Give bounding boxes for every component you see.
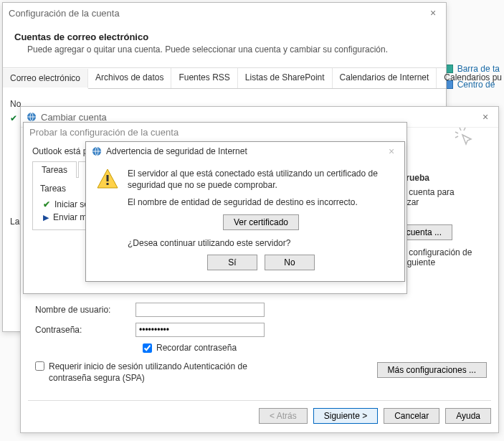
next-button[interactable]: Siguiente > xyxy=(313,408,378,424)
warn-text-1: El servidor al que está conectado está u… xyxy=(128,168,394,191)
check-icon: ✔ xyxy=(10,113,17,123)
play-icon: ▶ xyxy=(43,213,49,222)
no-button[interactable]: No xyxy=(265,255,315,270)
remember-checkbox[interactable] xyxy=(143,343,152,353)
task-label: Enviar m xyxy=(53,212,87,222)
warning-icon xyxy=(96,168,119,189)
tab-email[interactable]: Correo electrónico xyxy=(3,69,88,89)
password-field[interactable] xyxy=(135,323,265,337)
tab-published-cal[interactable]: Calendarios pu xyxy=(437,68,504,88)
tab-tasks[interactable]: Tareas xyxy=(32,161,77,178)
window-title: Cambiar cuenta xyxy=(41,112,107,123)
remember-label: Recordar contraseña xyxy=(156,343,237,353)
header-sub: Puede agregar o quitar una cuenta. Puede… xyxy=(14,42,434,54)
globe-icon xyxy=(92,146,102,156)
window-title: Probar la configuración de la cuenta xyxy=(29,127,179,138)
svg-line-1 xyxy=(460,128,461,131)
spa-checkbox[interactable] xyxy=(35,361,44,371)
cancel-button[interactable]: Cancelar xyxy=(384,408,439,424)
back-button: < Atrás xyxy=(259,408,308,424)
warn-text-3: ¿Desea continuar utilizando este servido… xyxy=(128,237,394,249)
tab-rss[interactable]: Fuentes RSS xyxy=(171,68,237,88)
username-label: Nombre de usuario: xyxy=(35,305,135,315)
cursor-decor-icon xyxy=(452,125,477,154)
wizard-footer: < Atrás Siguiente > Cancelar Ayuda xyxy=(28,400,491,424)
svg-rect-6 xyxy=(107,175,109,181)
help-button[interactable]: Ayuda xyxy=(445,408,491,424)
tab-internet-cal[interactable]: Calendarios de Internet xyxy=(333,68,437,88)
task-label: Iniciar se xyxy=(54,199,89,209)
titlebar: Probar la configuración de la cuenta xyxy=(24,123,406,142)
tab-sharepoint[interactable]: Listas de SharePoint xyxy=(238,68,333,88)
row-remember: Recordar contraseña xyxy=(21,340,498,356)
password-label: Contraseña: xyxy=(35,325,135,335)
svg-line-3 xyxy=(464,128,465,131)
close-icon[interactable]: × xyxy=(384,146,399,157)
svg-line-4 xyxy=(455,136,458,138)
spa-label: Requerir inicio de sesión utilizando Aut… xyxy=(49,361,278,384)
yes-button[interactable]: Sí xyxy=(207,255,257,270)
view-certificate-button[interactable]: Ver certificado xyxy=(223,214,299,230)
svg-line-2 xyxy=(455,132,458,133)
titlebar: Configuración de la cuenta × xyxy=(3,3,446,23)
globe-icon xyxy=(27,112,37,122)
titlebar: Advertencia de seguridad de Internet × xyxy=(86,142,404,161)
window-title: Advertencia de seguridad de Internet xyxy=(106,146,247,156)
header-block: Cuentas de correo electrónico Puede agre… xyxy=(3,23,446,62)
row-username: Nombre de usuario: xyxy=(21,300,498,320)
row-password: Contraseña: xyxy=(21,320,498,340)
header-bold: Cuentas de correo electrónico xyxy=(14,32,148,42)
tab-data-files[interactable]: Archivos de datos xyxy=(88,68,171,88)
tabstrip: Correo electrónico Archivos de datos Fue… xyxy=(3,67,446,89)
warn-text-2: El nombre de entidad de seguridad de des… xyxy=(128,196,394,208)
close-icon[interactable]: × xyxy=(478,111,493,123)
window-security-warning: Advertencia de seguridad de Internet × E… xyxy=(85,141,405,282)
svg-rect-7 xyxy=(107,183,109,185)
more-settings-button[interactable]: Más configuraciones ... xyxy=(377,362,487,378)
check-icon: ✔ xyxy=(43,199,50,209)
username-field[interactable] xyxy=(135,303,265,317)
close-icon[interactable]: × xyxy=(426,7,440,19)
window-title: Configuración de la cuenta xyxy=(9,8,120,19)
body: El servidor al que está conectado está u… xyxy=(86,161,404,278)
